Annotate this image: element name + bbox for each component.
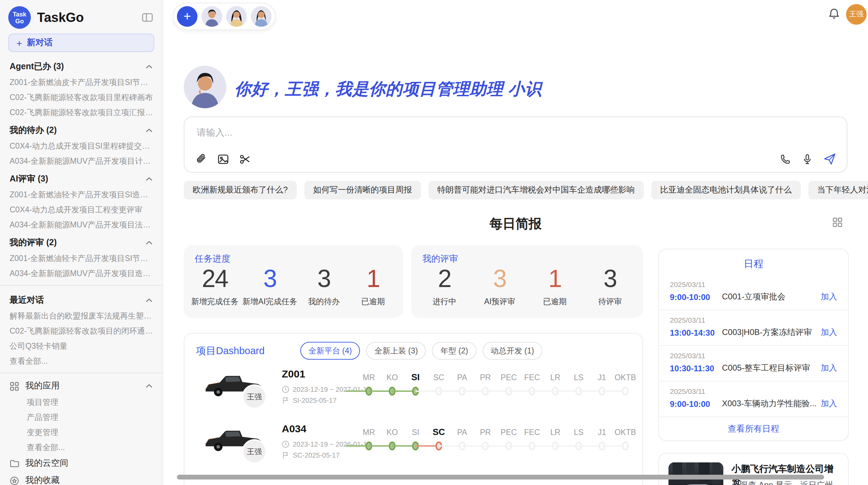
suggestion-chip[interactable]: 如何写一份清晰的项目周报 xyxy=(304,181,421,199)
sidebar-task-item[interactable]: A034-全新新能源MUV产品开发项目法规符合性评审 xyxy=(0,217,162,232)
sidebar-item-favorites[interactable]: 我的收藏 xyxy=(0,472,162,485)
phone-icon[interactable] xyxy=(780,153,791,165)
dashboard-tab[interactable]: 年型 (2) xyxy=(432,342,477,360)
assistant-avatar xyxy=(184,66,226,108)
folder-icon xyxy=(10,459,19,468)
favorites-label: 我的收藏 xyxy=(25,475,153,485)
chevron-up-icon[interactable] xyxy=(145,240,153,245)
schedule-time: 9:00-10:00 xyxy=(670,399,722,409)
sidebar-item-cloud-space[interactable]: 我的云空间 xyxy=(0,455,162,472)
stat-value: 2 xyxy=(422,264,467,293)
add-agent-button[interactable]: + xyxy=(177,6,197,27)
sidebar-task-item[interactable]: C02-飞腾新能源轻客改款项目里程碑画布 xyxy=(0,90,162,105)
suggestion-chip[interactable]: 当下年轻人对汽车外观有怎样的喜好趋势 xyxy=(808,181,868,199)
horizontal-scrollbar[interactable] xyxy=(177,475,824,480)
app-item[interactable]: 项目管理 xyxy=(0,395,162,410)
new-chat-button[interactable]: + 新对话 xyxy=(8,34,154,52)
project-row[interactable]: 王强 Z001 2023-12-19 ~ 2027-01-19 SI-2025-… xyxy=(184,364,642,419)
stat-value: 24 xyxy=(191,264,239,293)
stat-label: 新增完成任务 xyxy=(191,297,239,307)
section-title: 我的待办 (2) xyxy=(10,125,57,136)
recent-chat-item[interactable]: 查看全部... xyxy=(0,353,162,369)
dashboard-tab[interactable]: 全新上装 (3) xyxy=(366,342,426,360)
attachment-icon[interactable] xyxy=(195,153,207,165)
sidebar-task-item[interactable]: C0X4-动力总成开发项目工程变更评审 xyxy=(0,202,162,217)
send-icon[interactable] xyxy=(823,153,836,165)
owner-name: 王强 xyxy=(247,446,262,457)
join-link[interactable]: 加入 xyxy=(821,362,837,374)
milestone-label: KO xyxy=(381,371,404,384)
app-item[interactable]: 查看全部... xyxy=(0,440,162,455)
milestone-label: OKTB xyxy=(614,425,637,439)
project-row[interactable]: 王强 A034 2023-12-19 ~ 2026-01-19 SC-2025-… xyxy=(184,419,642,473)
chevron-up-icon[interactable] xyxy=(145,64,153,69)
view-all-schedule-link[interactable]: 查看所有日程 xyxy=(659,416,848,441)
section-header: 最近对话 xyxy=(0,290,162,308)
section-items: Z001-全新燃油皮卡产品开发项目SI节点Lesson Learn报告C02-飞… xyxy=(0,75,162,120)
image-icon[interactable] xyxy=(217,153,229,165)
stat-item: 1 已逾期 xyxy=(350,264,396,307)
schedule-row: 10:30-11:30 C005-整车工程目标评审 加入 xyxy=(670,362,837,374)
suggestion-chip[interactable]: 比亚迪全固态电池计划具体说了什么 xyxy=(651,181,800,199)
agent-avatar-3[interactable] xyxy=(251,6,272,27)
sidebar-section-recent: 最近对话 解释最新出台的欧盟报废车法规再生塑料比例被调至15%...C02-飞腾… xyxy=(0,290,162,369)
suggestion-chip[interactable]: 特朗普可能对进口汽车增税会对中国车企造成哪些影响 xyxy=(428,181,643,199)
my-review-title: 我的评审 xyxy=(422,253,458,265)
recent-chat-item[interactable]: C02-飞腾新能源轻客改款项目的闭环通告反馈情况 xyxy=(0,323,162,338)
agent-avatar-1[interactable] xyxy=(202,6,222,27)
recent-chat-item[interactable]: 公司Q3轻卡销量 xyxy=(0,338,162,353)
schedule-item: 2025/03/11 10:30-11:30 C005-整车工程目标评审 加入 xyxy=(659,345,848,381)
schedule-row: 9:00-10:00 X003-车辆动力学性能验... 加入 xyxy=(670,398,837,410)
dashboard-header: 项目Dashboard 全新平台 (4)全新上装 (3)年型 (2)动总开发 (… xyxy=(196,342,542,360)
news-card[interactable]: 小鹏飞行汽车制造公司增资 天眼查 App 显示，近日广州汇天飞行汽... xyxy=(658,453,849,485)
chevron-up-icon[interactable] xyxy=(145,128,153,133)
app-item[interactable]: 产品管理 xyxy=(0,410,162,425)
suggestion-chip[interactable]: 欧洲新规最近颁布了什么? xyxy=(184,181,297,199)
scissors-icon[interactable] xyxy=(239,153,251,165)
sidebar-task-item[interactable]: C02-飞腾新能源轻客改款项目立项汇报方案 xyxy=(0,105,162,120)
section-header: AI评审 (3) xyxy=(0,169,162,187)
dashboard-tab[interactable]: 全新平台 (4) xyxy=(300,342,360,360)
dashboard-tab[interactable]: 动总开发 (1) xyxy=(482,342,542,360)
milestone-label: SC xyxy=(427,425,450,439)
milestone: KO xyxy=(381,371,404,398)
stat-item: 1 已逾期 xyxy=(532,264,578,307)
milestone: LS xyxy=(567,371,590,398)
sidebar-task-item[interactable]: A034-全新新能源MUV产品开发项目计划变更表编写 xyxy=(0,153,162,169)
microphone-icon[interactable] xyxy=(801,153,813,165)
sidebar-item-my-apps[interactable]: 我的应用 xyxy=(0,377,162,395)
sidebar-task-item[interactable]: Z001-全新燃油轻卡产品开发项目SI节点属性5D文件评审 xyxy=(0,251,162,266)
milestone-node xyxy=(614,439,637,453)
layout-grid-icon[interactable] xyxy=(832,217,843,227)
agent-avatar-2[interactable] xyxy=(226,6,247,27)
user-avatar[interactable]: 王强 xyxy=(846,4,867,25)
agent-avatar-bar: + xyxy=(173,3,276,30)
app-item[interactable]: 变更管理 xyxy=(0,425,162,440)
chat-input[interactable] xyxy=(195,124,836,140)
notification-bell-icon[interactable] xyxy=(828,8,840,20)
join-link[interactable]: 加入 xyxy=(821,327,837,338)
sidebar-task-item[interactable]: Z001-全新燃油皮卡产品开发项目SI节点Lesson Learn报告 xyxy=(0,75,162,90)
milestone-node xyxy=(614,384,637,398)
recent-chat-item[interactable]: 解释最新出台的欧盟报废车法规再生塑料比例被调至15%... xyxy=(0,308,162,323)
milestone: LS xyxy=(567,425,590,453)
join-link[interactable]: 加入 xyxy=(821,291,837,303)
chevron-up-icon[interactable] xyxy=(145,384,153,388)
milestone-label: MR xyxy=(357,371,381,384)
schedule-list: 2025/03/11 9:00-10:00 C001-立项审批会 加入 2025… xyxy=(659,275,848,416)
sidebar-task-item[interactable]: A034-全新新能源MUV产品开发项目造型可行性评审 xyxy=(0,266,162,281)
milestone: PR xyxy=(474,425,497,453)
stat-item: 3 AI预评审 xyxy=(477,264,522,307)
join-link[interactable]: 加入 xyxy=(821,398,837,410)
sidebar-section-my-todo: 我的待办 (2) C0X4-动力总成开发项目SI里程碑提交物检查A034-全新新… xyxy=(0,120,162,169)
schedule-time: 13:00-14:30 xyxy=(670,328,722,337)
sidebar-task-item[interactable]: Z001-全新燃油轻卡产品开发项目SI造型提交物评审 xyxy=(0,187,162,202)
news-thumbnail xyxy=(668,462,723,485)
sidebar-task-item[interactable]: C0X4-动力总成开发项目SI里程碑提交物检查 xyxy=(0,138,162,153)
milestone-label: SI xyxy=(404,425,427,439)
milestone: LR xyxy=(544,371,567,398)
chevron-up-icon[interactable] xyxy=(145,177,153,182)
stat-label: 新增AI完成任务 xyxy=(242,297,297,307)
sidebar-collapse-icon[interactable] xyxy=(141,11,154,24)
chevron-up-icon[interactable] xyxy=(145,298,153,303)
